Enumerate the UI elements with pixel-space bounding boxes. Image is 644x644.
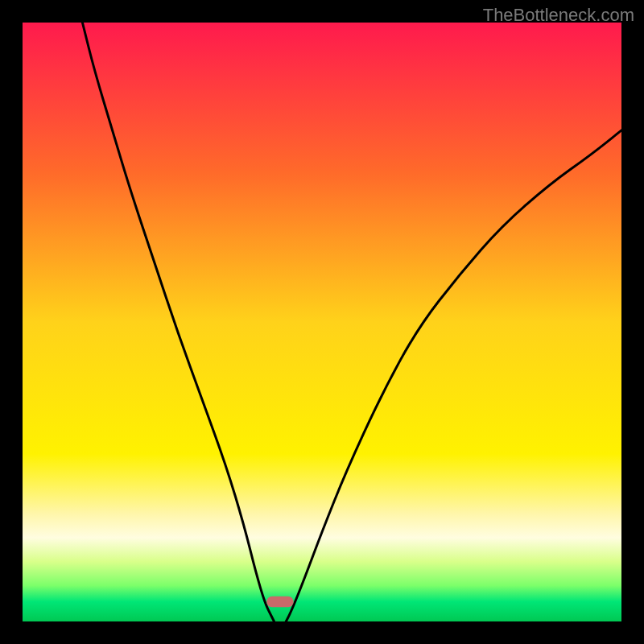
bottleneck-marker [266, 597, 293, 607]
chart-plot-area [23, 23, 621, 621]
attribution-text: TheBottleneck.com [483, 5, 634, 26]
chart-svg [23, 23, 621, 621]
